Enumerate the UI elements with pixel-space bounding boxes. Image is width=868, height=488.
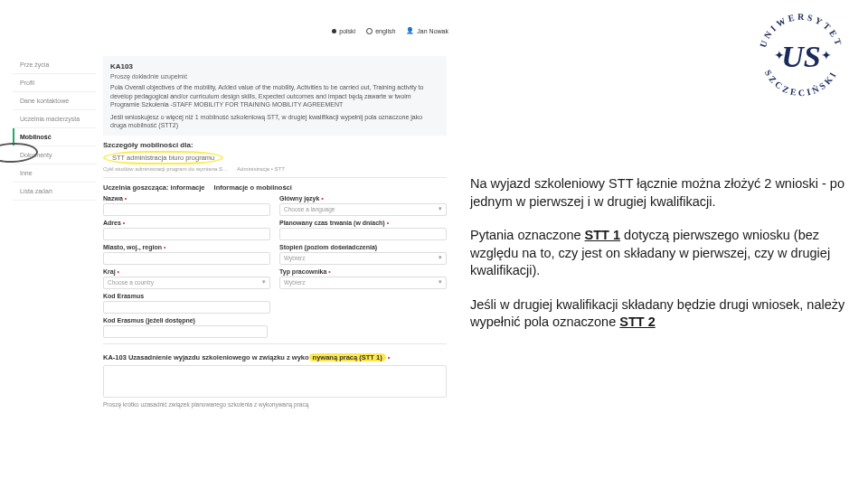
kraj-label: Kraj • bbox=[103, 268, 270, 275]
info-paragraph-1: Na wyjazd szkoleniowy STT łącznie można … bbox=[470, 175, 850, 211]
sidebar-item-zycia[interactable]: Prze życia bbox=[13, 56, 96, 74]
svg-text:✦: ✦ bbox=[821, 48, 832, 62]
kod-input[interactable] bbox=[103, 301, 270, 314]
kod-label: Kod Erasmus bbox=[103, 293, 270, 299]
nazwa-input[interactable] bbox=[103, 203, 270, 216]
details-meta-right: Administracja • STT bbox=[237, 166, 285, 172]
card-body2: Jeśli wnioskujesz o więcej niż 1 mobilno… bbox=[110, 113, 439, 130]
sidebar-item-lista[interactable]: Lista zadań bbox=[13, 183, 96, 201]
jezyk-label: Główny język • bbox=[279, 195, 447, 202]
sidebar: Prze życia Profil Dane kontaktowe Uczeln… bbox=[13, 56, 96, 201]
details-highlight: STT administracja biuro programu bbox=[103, 151, 223, 164]
dot-icon bbox=[332, 29, 336, 33]
top-bar: polski english 👤Jan Nowak bbox=[332, 27, 448, 34]
user-name: Jan Nowak bbox=[417, 28, 448, 34]
card-subtitle: Proszę dokładnie uzupełnić bbox=[110, 72, 439, 80]
stt-section-title: KA-103 Uzasadnienie wyjazdu szkolenioweg… bbox=[103, 353, 447, 361]
kraj-select[interactable]: Choose a country bbox=[103, 277, 270, 289]
circle-icon bbox=[366, 28, 373, 34]
typ-label: Typ pracownika • bbox=[279, 268, 447, 275]
divider2 bbox=[103, 343, 447, 344]
info-paragraph-3: Jeśli w drugiej kwalifikacji składany bę… bbox=[470, 296, 850, 332]
logo-initials: US bbox=[781, 40, 820, 73]
typ-select[interactable]: Wybierz bbox=[279, 277, 447, 289]
sidebar-item-inne[interactable]: Inne bbox=[13, 164, 96, 183]
details-meta: Cykl studiów administracji program do wy… bbox=[103, 166, 447, 172]
stopien-label: Stopień (poziom doświadczenia) bbox=[279, 244, 447, 250]
col-left-title: Uczelnia goszcząca: informacje bbox=[103, 183, 205, 192]
sidebar-item-dane[interactable]: Dane kontaktowe bbox=[13, 92, 96, 110]
czas-input[interactable] bbox=[279, 228, 447, 240]
col-right-title: Informacje o mobilności bbox=[214, 183, 292, 192]
stt1-emphasis: STT 1 bbox=[585, 228, 620, 242]
adres-input[interactable] bbox=[103, 228, 270, 240]
lang-polish[interactable]: polski bbox=[332, 28, 355, 34]
czas-label: Planowany czas trwania (w dniach) • bbox=[279, 220, 447, 226]
details-heading: Szczegóły mobilności dla: bbox=[103, 141, 447, 149]
instruction-text: Na wyjazd szkoleniowy STT łącznie można … bbox=[470, 175, 850, 348]
stt-hint: Proszę krótko uzasadnić związek planowan… bbox=[103, 401, 447, 408]
stt-highlight: nywaną pracą (STT 1) bbox=[309, 353, 386, 361]
stt2-emphasis: STT 2 bbox=[619, 314, 655, 329]
miasto-input[interactable] bbox=[103, 252, 270, 265]
info-card: KA103 Proszę dokładnie uzupełnić Pola Ov… bbox=[103, 56, 447, 136]
lang-en-label: english bbox=[375, 28, 395, 34]
miasto-label: Miasto, woj., region • bbox=[103, 244, 270, 250]
jezyk-select[interactable]: Choose a language bbox=[279, 203, 447, 216]
nazwa-label: Nazwa • bbox=[103, 195, 270, 202]
sidebar-item-profil[interactable]: Profil bbox=[13, 74, 96, 92]
svg-text:✦: ✦ bbox=[774, 48, 785, 62]
card-code: KA103 bbox=[110, 62, 439, 72]
kod2-input[interactable] bbox=[103, 325, 268, 338]
divider bbox=[103, 177, 447, 178]
user-menu[interactable]: 👤Jan Nowak bbox=[406, 27, 448, 34]
sidebar-item-uczelnia[interactable]: Uczelnia macierzysta bbox=[13, 110, 96, 128]
university-logo: UNIWERSYTET SZCZECIŃSKI US ✦ ✦ bbox=[750, 5, 852, 107]
adres-label: Adres • bbox=[103, 220, 270, 226]
lang-pl-label: polski bbox=[339, 28, 355, 34]
main-panel: KA103 Proszę dokładnie uzupełnić Pola Ov… bbox=[103, 56, 447, 408]
info-paragraph-2: Pytania oznaczone STT 1 dotyczą pierwsze… bbox=[470, 227, 850, 280]
stt-textarea[interactable] bbox=[103, 365, 447, 398]
stopien-select[interactable]: Wybierz bbox=[279, 252, 447, 265]
card-body1: Pola Overall objectives of the mobility,… bbox=[110, 83, 439, 108]
details-meta-left: Cykl studiów administracji program do wy… bbox=[103, 166, 228, 172]
lang-english[interactable]: english bbox=[366, 28, 395, 34]
kod2-label: Kod Erasmus (jeżeli dostępne) bbox=[103, 317, 447, 324]
application-screenshot: polski english 👤Jan Nowak Prze życia Pro… bbox=[13, 27, 456, 479]
user-icon: 👤 bbox=[406, 27, 414, 34]
